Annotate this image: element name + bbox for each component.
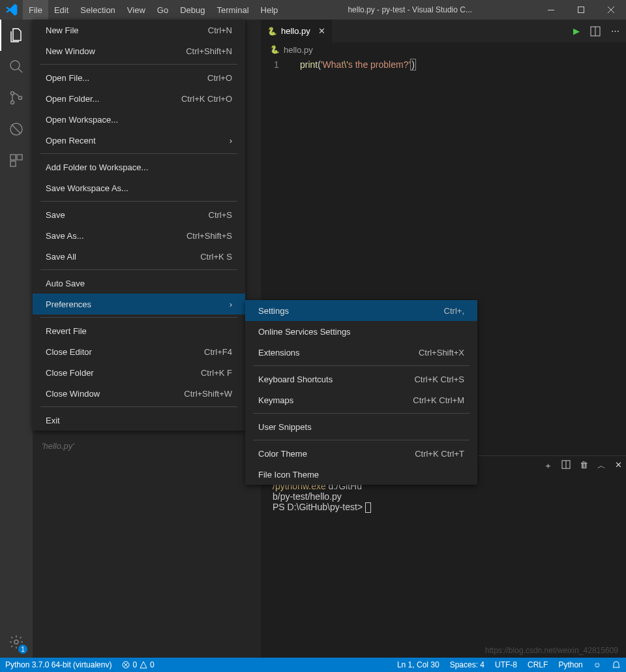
status-problems[interactable]: 0 0 [117,658,159,672]
menu-separator [253,365,470,366]
menu-shortcut: Ctrl+O [207,73,232,83]
status-eol[interactable]: CRLF [522,658,553,672]
menu-separator [40,317,237,318]
menu-item-label: Close Folder [46,368,94,378]
line-number: 1 [274,59,279,70]
preferences-submenu: SettingsCtrl+,Online Services SettingsEx… [245,300,477,485]
tab-close-icon[interactable]: ✕ [318,26,325,36]
menu-item-label: Extensions [258,348,300,358]
menu-item-file-icon-theme[interactable]: File Icon Theme [245,464,477,485]
menu-item-close-editor[interactable]: Close EditorCtrl+F4 [33,341,245,362]
close-panel-icon[interactable]: ✕ [615,460,622,472]
menu-shortcut: Ctrl+S [209,210,232,220]
terminal-output[interactable]: /pythonw.exe d:/GitHu b/py-test/hello.py… [273,481,619,513]
menu-edit[interactable]: Edit [48,0,74,20]
status-feedback-icon[interactable]: ☺ [588,658,606,672]
maximize-button[interactable] [566,0,596,20]
breadcrumbs[interactable]: 🐍 hello.py [261,42,626,57]
menu-item-close-window[interactable]: Close WindowCtrl+Shift+W [33,383,245,404]
menu-shortcut: Ctrl+Shift+W [184,389,232,399]
settings-gear-icon[interactable]: 1 [0,626,33,658]
status-indent[interactable]: Spaces: 4 [445,658,490,672]
menu-item-keymaps[interactable]: KeymapsCtrl+K Ctrl+M [245,389,477,410]
menu-item-color-theme[interactable]: Color ThemeCtrl+K Ctrl+T [245,443,477,464]
extensions-icon[interactable] [0,145,33,176]
sidebar-hint-text: 'hello.py' [42,441,74,451]
menu-item-save-all[interactable]: Save AllCtrl+K S [33,246,245,267]
new-terminal-icon[interactable]: ＋ [544,460,552,472]
more-icon[interactable]: ⋯ [611,26,619,37]
status-notifications-icon[interactable] [606,658,626,672]
menu-item-label: Save All [46,252,76,262]
svg-point-7 [11,101,14,104]
maximize-panel-icon[interactable]: ︿ [597,460,606,472]
svg-rect-0 [548,10,554,10]
menu-item-settings[interactable]: SettingsCtrl+, [245,300,477,321]
menu-shortcut: Ctrl+K Ctrl+O [181,94,232,104]
menu-item-open-recent[interactable]: Open Recent› [33,130,245,151]
svg-point-8 [19,97,22,100]
menu-item-save-as[interactable]: Save As...Ctrl+Shift+S [33,225,245,246]
menu-item-label: Keymaps [258,395,293,405]
menu-item-save[interactable]: SaveCtrl+S [33,204,245,225]
settings-badge: 1 [18,645,27,654]
menu-item-label: Save Workspace As... [46,183,128,193]
status-bar: Python 3.7.0 64-bit (virtualenv) 0 0 Ln … [0,658,626,672]
menu-selection[interactable]: Selection [74,0,121,20]
close-button[interactable] [596,0,626,20]
menu-shortcut: Ctrl+K F [201,368,232,378]
menu-item-open-workspace[interactable]: Open Workspace... [33,109,245,130]
menu-shortcut: Ctrl+K Ctrl+S [414,374,464,384]
menu-shortcut: Ctrl+F4 [204,347,232,357]
menu-shortcut: Ctrl+Shift+N [186,46,232,56]
menu-item-new-window[interactable]: New WindowCtrl+Shift+N [33,40,245,61]
svg-point-4 [10,61,20,70]
menu-terminal[interactable]: Terminal [211,0,254,20]
menu-separator [253,413,470,414]
menu-item-online-services-settings[interactable]: Online Services Settings [245,321,477,342]
menu-item-user-snippets[interactable]: User Snippets [245,416,477,437]
status-encoding[interactable]: UTF-8 [490,658,522,672]
menu-item-add-folder-to-workspace[interactable]: Add Folder to Workspace... [33,157,245,177]
menu-item-label: Color Theme [258,449,307,459]
menu-separator [40,201,237,202]
status-cursor-pos[interactable]: Ln 1, Col 30 [392,658,445,672]
kill-terminal-icon[interactable]: 🗑 [580,460,588,472]
menu-item-extensions[interactable]: ExtensionsCtrl+Shift+X [245,342,477,363]
menu-debug[interactable]: Debug [174,0,211,20]
menu-file[interactable]: File [23,0,48,20]
menu-item-save-workspace-as[interactable]: Save Workspace As... [33,177,245,198]
menu-separator [253,440,470,440]
watermark-text: https://blog.csdn.net/weixin_42815609 [485,646,618,655]
menu-item-auto-save[interactable]: Auto Save [33,273,245,294]
minimize-button[interactable] [536,0,566,20]
menu-item-open-folder[interactable]: Open Folder...Ctrl+K Ctrl+O [33,88,245,109]
debug-icon[interactable] [0,114,33,145]
menu-item-revert-file[interactable]: Revert File [33,320,245,341]
menu-item-label: New Window [46,46,95,56]
split-terminal-icon[interactable] [561,460,571,472]
menu-item-exit[interactable]: Exit [33,410,245,431]
tab-label: hello.py [281,26,310,36]
menu-item-new-file[interactable]: New FileCtrl+N [33,20,245,40]
submenu-arrow-icon: › [230,136,232,145]
status-python-env[interactable]: Python 3.7.0 64-bit (virtualenv) [0,658,117,672]
menu-item-label: Save [46,210,65,220]
run-icon[interactable]: ▶ [573,26,580,37]
status-lang[interactable]: Python [553,658,588,672]
submenu-arrow-icon: › [230,299,232,309]
tab-hello[interactable]: 🐍 hello.py ✕ [261,20,332,42]
menu-help[interactable]: Help [255,0,284,20]
menu-item-preferences[interactable]: Preferences› [33,294,245,314]
menu-item-open-file[interactable]: Open File...Ctrl+O [33,67,245,88]
menu-view[interactable]: View [121,0,151,20]
menu-item-keyboard-shortcuts[interactable]: Keyboard ShortcutsCtrl+K Ctrl+S [245,369,477,389]
source-control-icon[interactable] [0,82,33,114]
split-editor-icon[interactable] [590,26,601,37]
explorer-icon[interactable] [0,20,33,51]
menu-item-label: Exit [46,416,60,425]
menu-item-label: Open Folder... [46,94,99,104]
search-icon[interactable] [0,51,33,82]
menu-go[interactable]: Go [151,0,174,20]
menu-item-close-folder[interactable]: Close FolderCtrl+K F [33,362,245,383]
